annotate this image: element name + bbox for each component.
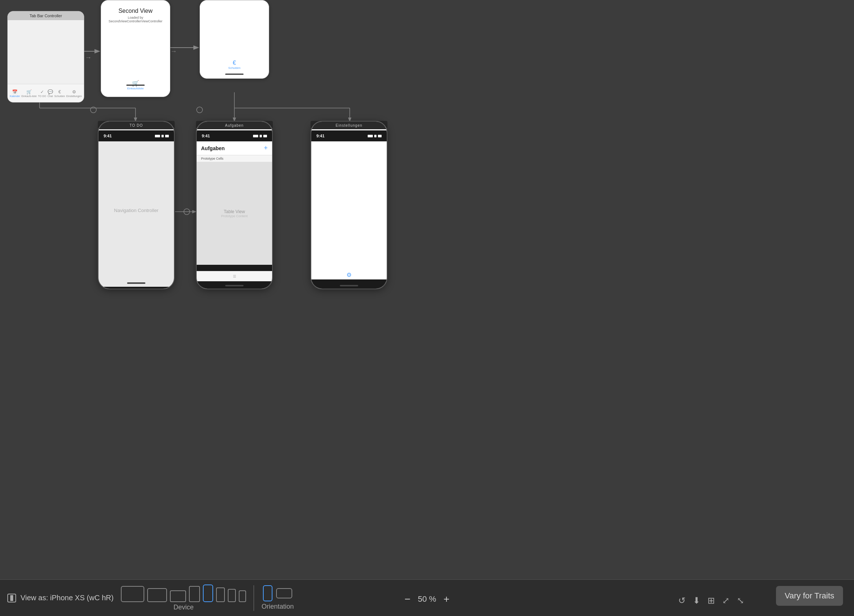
device-label: Device [174, 604, 194, 611]
nav-ctrl-content: Navigation Controller [99, 141, 174, 279]
nav-time: 9:41 [104, 134, 112, 138]
todo-label: TO DO [38, 95, 46, 98]
resize-icon[interactable]: ⤢ [722, 596, 729, 606]
schulden-label: Schulden [54, 95, 65, 98]
einst-home-bar [340, 285, 358, 287]
einst-content: ⚙ [311, 141, 387, 279]
arrow-second-third: → [170, 47, 177, 55]
tab-einkaufsliste[interactable]: 🛒 Einkaufs-liste [21, 89, 37, 98]
view-as-label: View as: iPhone XS (wC hR) [20, 594, 113, 602]
iphone-landscape-btn[interactable] [170, 590, 186, 602]
landscape-btn[interactable] [276, 588, 292, 598]
fit-icon[interactable]: ⤡ [737, 596, 744, 606]
ipad-medium-btn[interactable] [147, 588, 167, 602]
orientation-label: Orientation [261, 603, 294, 610]
chat-label: Chat [47, 95, 53, 98]
aufgaben-nav-title-bar: Aufgaben + [197, 141, 272, 155]
schulden-icon: € [58, 89, 61, 95]
aufgaben-time: 9:41 [202, 134, 210, 138]
aufgaben-view[interactable]: Aufgaben 9:41 Aufgaben + Prototype Cells… [196, 121, 273, 289]
tab-einstellungen[interactable]: ⚙ Einstellungen [66, 89, 82, 98]
second-view-title: Second View [101, 0, 170, 16]
svg-point-12 [184, 209, 190, 215]
chat-icon: 💬 [47, 89, 53, 95]
second-view-subtitle: Loaded by SecondViewControllerViewContro… [101, 16, 170, 27]
tab-bar-bottom: 📅 Kalender 🛒 Einkaufs-liste ✓ TO DO 💬 Ch… [8, 84, 84, 102]
tab-bar-controller[interactable]: Tab Bar Controller 📅 Kalender 🛒 Einkaufs… [7, 11, 84, 102]
einst-label: Einstellungen [66, 95, 82, 98]
zoom-minus-btn[interactable]: − [405, 593, 410, 605]
orientation-group: Orientation [261, 585, 294, 610]
device-row [121, 584, 246, 602]
svg-point-11 [197, 107, 203, 113]
aufgaben-bottom-bar: ☰ [197, 271, 272, 281]
tab-bar-content [8, 20, 84, 84]
orientation-row [263, 585, 292, 601]
aufgaben-status-bar: 9:41 [197, 130, 272, 141]
portrait-btn[interactable] [263, 585, 273, 601]
einst-signal [368, 135, 381, 137]
panel-toggle-btn[interactable] [7, 594, 16, 602]
prototype-cells-label: Prototype Cells [197, 155, 272, 162]
right-toolbar-icons: ↺ ⬇ ⊞ ⤢ ⤡ [678, 596, 744, 606]
arrow-tabbar-second: → [85, 54, 92, 61]
kalender-icon: 📅 [12, 89, 18, 95]
nav-phone-status: 9:41 [99, 130, 174, 141]
download-icon[interactable]: ⬇ [693, 596, 700, 606]
nav-home-area [99, 279, 174, 287]
einkauf-label: Einkaufs-liste [21, 95, 37, 98]
aufgaben-title: Aufgaben [201, 145, 225, 151]
home-indicator-third [225, 74, 244, 75]
table-view-area: Table View Prototype Content [197, 162, 272, 265]
tab-chat[interactable]: 💬 Chat [47, 89, 53, 98]
rotate-icon[interactable]: ↺ [678, 596, 686, 606]
third-view-mockup[interactable]: € Schulden [200, 0, 269, 79]
storyboard-canvas: Tab Bar Controller 📅 Kalender 🛒 Einkaufs… [0, 0, 854, 579]
schulden-bottom-label: Schulden [228, 66, 240, 70]
grid-icon[interactable]: ⊞ [708, 596, 715, 606]
home-indicator-second [127, 85, 145, 86]
todo-icon: ✓ [40, 89, 44, 95]
einkaufsliste-bottom-label: Einkaufsliste [127, 87, 144, 90]
nav-home-bar [127, 282, 145, 284]
ipad-landscape-btn[interactable] [121, 586, 144, 602]
tab-bar-title: Tab Bar Controller [8, 11, 84, 20]
nav-signal [155, 135, 169, 137]
third-view-content [200, 0, 269, 63]
aufgaben-bottom-icon: ☰ [233, 274, 236, 278]
zoom-plus-btn[interactable]: + [444, 593, 449, 605]
aufgaben-home-bar [225, 285, 244, 287]
aufgaben-label: Aufgaben [197, 122, 272, 129]
iphone-tiny-btn[interactable] [239, 590, 246, 602]
einkaufsliste-icon-bottom: 🛒 [127, 80, 144, 87]
vary-traits-btn[interactable]: Vary for Traits [776, 586, 843, 606]
aufgaben-plus-btn[interactable]: + [264, 144, 268, 152]
nav-ctrl-label: TO DO [99, 122, 174, 129]
aufgaben-signal [253, 135, 267, 137]
nav-ctrl-text: Navigation Controller [114, 207, 158, 213]
table-view-sub: Prototype Content [221, 214, 248, 218]
svg-point-10 [90, 107, 96, 113]
iphone-xs-btn[interactable] [203, 584, 213, 602]
schulden-icon-bottom: € [228, 60, 240, 66]
zoom-controls: − 50 % + [405, 593, 450, 605]
iphone-smaller-btn[interactable] [228, 589, 236, 602]
einkauf-icon: 🛒 [26, 89, 32, 95]
iphone-small-btn[interactable] [216, 587, 225, 602]
second-view-mockup[interactable]: Second View Loaded by SecondViewControll… [101, 0, 170, 97]
toolbar-divider [253, 585, 254, 611]
table-view-label: Table View [224, 209, 245, 214]
einst-time: 9:41 [316, 134, 325, 138]
iphone-portrait-btn[interactable] [189, 586, 200, 602]
navigation-controller[interactable]: TO DO 9:41 Navigation Controller [98, 121, 175, 289]
zoom-percent: 50 % [418, 595, 436, 604]
einstellungen-label: Einstellungen [311, 122, 387, 129]
einst-bottom-icon: ⚙ [346, 271, 352, 278]
einstellungen-view[interactable]: Einstellungen 9:41 ⚙ [311, 121, 387, 289]
tab-kalender[interactable]: 📅 Kalender [10, 89, 20, 98]
tab-todo[interactable]: ✓ TO DO [38, 89, 46, 98]
device-group: Device [121, 584, 246, 611]
tab-schulden[interactable]: € Schulden [54, 89, 65, 98]
einst-icon: ⚙ [72, 89, 76, 95]
kalender-label: Kalender [10, 95, 20, 98]
